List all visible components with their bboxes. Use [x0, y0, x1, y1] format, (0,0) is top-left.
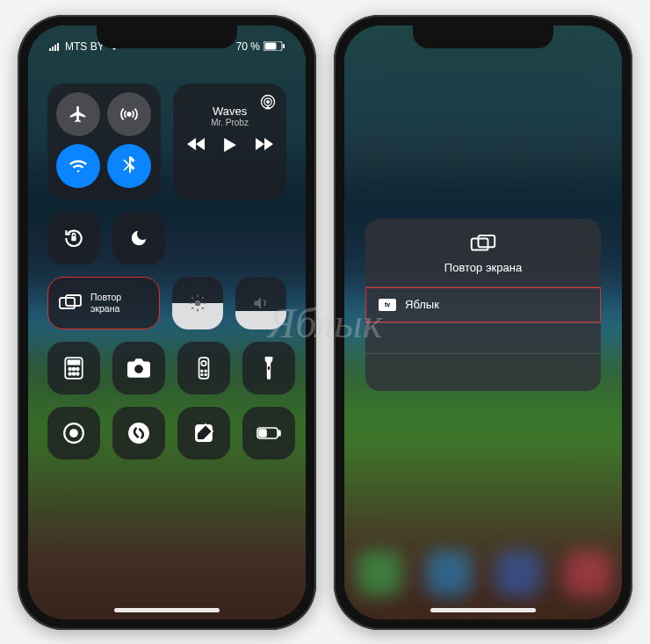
carrier-label: MTS BY [65, 40, 105, 53]
low-power-mode-button[interactable] [242, 407, 295, 459]
wifi-toggle[interactable] [56, 144, 100, 188]
apple-tv-icon: tv [379, 299, 396, 311]
svg-rect-44 [278, 431, 280, 436]
svg-point-34 [201, 370, 203, 372]
svg-line-21 [192, 308, 194, 309]
svg-rect-0 [49, 48, 51, 51]
svg-line-20 [202, 308, 204, 309]
svg-point-31 [134, 365, 143, 373]
svg-rect-24 [69, 360, 80, 364]
battery-label: 70 % [236, 40, 260, 53]
media-artist: Mr. Probz [211, 118, 249, 127]
svg-point-26 [73, 367, 76, 370]
brightness-icon [172, 277, 223, 329]
home-indicator[interactable] [430, 608, 536, 612]
svg-point-28 [69, 373, 71, 375]
screen-mirror-label-1: Повтор [90, 292, 121, 302]
svg-point-35 [205, 370, 206, 372]
svg-point-41 [128, 423, 149, 444]
volume-icon [235, 277, 286, 329]
svg-point-36 [201, 373, 203, 375]
screen-mirror-icon [59, 294, 82, 312]
screen: MTS BY 70 % [28, 25, 306, 619]
airplay-audio-icon[interactable] [258, 92, 278, 112]
camera-button[interactable] [112, 342, 165, 394]
svg-rect-5 [265, 43, 277, 50]
screen-record-button[interactable] [47, 407, 100, 459]
flashlight-button[interactable] [242, 342, 295, 394]
volume-slider[interactable] [235, 277, 286, 329]
media-track-title: Waves [213, 105, 247, 118]
svg-rect-13 [66, 295, 81, 306]
calculator-button[interactable] [47, 342, 100, 394]
svg-point-33 [201, 360, 206, 365]
svg-rect-11 [71, 235, 76, 240]
notch [97, 25, 237, 48]
screen-mirror-label-2: экрана [90, 303, 121, 314]
dock-blurred [344, 551, 622, 597]
svg-point-10 [267, 100, 270, 103]
signal-icon [49, 42, 61, 51]
svg-rect-46 [472, 238, 488, 250]
screen: Повтор экрана tv Яблык [344, 25, 622, 619]
shazam-button[interactable] [112, 407, 165, 459]
svg-rect-6 [283, 44, 285, 48]
svg-point-29 [73, 373, 76, 375]
notes-button[interactable] [177, 407, 230, 459]
airplane-mode-toggle[interactable] [56, 92, 100, 136]
svg-rect-38 [268, 365, 270, 369]
bluetooth-toggle[interactable] [107, 144, 151, 188]
svg-point-30 [76, 373, 79, 375]
home-indicator[interactable] [114, 608, 220, 612]
prev-track-button[interactable] [187, 138, 205, 152]
notch [413, 25, 553, 48]
battery-icon [264, 41, 285, 51]
screen-mirroring-sheet: Повтор экрана tv Яблык [365, 219, 601, 391]
do-not-disturb-toggle[interactable] [112, 212, 165, 264]
svg-line-22 [202, 297, 204, 299]
svg-rect-47 [479, 235, 495, 247]
svg-point-37 [205, 373, 206, 375]
cellular-data-toggle[interactable] [107, 92, 151, 136]
svg-point-14 [195, 300, 201, 306]
svg-point-40 [69, 429, 78, 438]
svg-rect-12 [60, 298, 75, 308]
svg-rect-2 [54, 45, 56, 51]
mirror-device-name: Яблык [405, 298, 439, 311]
apple-tv-remote-button[interactable] [177, 342, 230, 394]
svg-point-25 [69, 367, 71, 370]
svg-point-27 [76, 367, 79, 370]
now-playing-tile[interactable]: Waves Mr. Probz [173, 83, 286, 199]
iphone-device-left: MTS BY 70 % [18, 15, 316, 630]
svg-rect-45 [259, 430, 266, 437]
screen-mirror-icon [470, 235, 496, 254]
svg-line-19 [192, 297, 194, 299]
play-button[interactable] [224, 138, 236, 152]
mirror-device-row[interactable]: tv Яблык [365, 287, 601, 322]
sheet-title: Повтор экрана [444, 261, 522, 274]
svg-rect-1 [52, 47, 54, 51]
next-track-button[interactable] [256, 138, 273, 152]
iphone-device-right: Повтор экрана tv Яблык [334, 15, 632, 630]
orientation-lock-toggle[interactable] [47, 212, 100, 264]
connectivity-tile [47, 83, 161, 199]
brightness-slider[interactable] [172, 277, 223, 329]
svg-rect-3 [57, 43, 59, 51]
screen-mirroring-button[interactable]: Повтор экрана [47, 277, 160, 329]
svg-point-7 [127, 112, 131, 116]
